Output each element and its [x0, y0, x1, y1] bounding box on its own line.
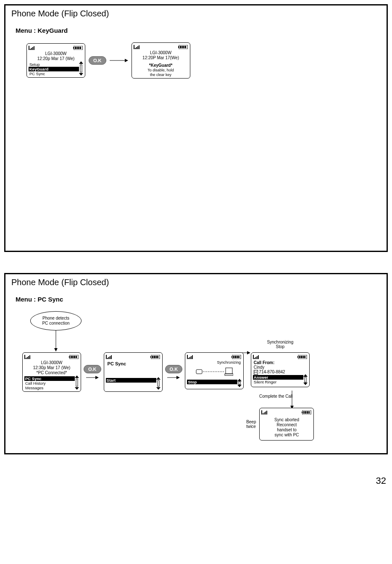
svg-rect-9	[78, 47, 79, 49]
phone-screen-synchronizing: Synchronizing Stop	[185, 352, 244, 389]
svg-rect-90	[303, 356, 304, 358]
svg-marker-78	[237, 385, 242, 387]
action-start[interactable]: Start	[106, 378, 156, 383]
svg-rect-37	[72, 356, 74, 358]
svg-rect-57	[158, 380, 159, 386]
model-label: LGI-3000W	[29, 51, 83, 56]
svg-rect-47	[108, 357, 109, 359]
abort-line1: Sync aborted	[261, 417, 312, 422]
svg-rect-85	[258, 355, 259, 359]
panel-title: Phone Mode (Flip Closed)	[11, 9, 382, 18]
svg-marker-11	[79, 61, 83, 64]
abort-line3: handset to	[261, 428, 312, 433]
phone-screen-incoming-call: Call From: Cindy H 714-870-8842 Answer S…	[251, 352, 310, 387]
flow-row-keyguard: LGI-3000W 12:20p Mar 17 (We) Setup KeyGu…	[10, 42, 382, 79]
menu-item-callhistory[interactable]: Call History	[24, 381, 75, 386]
svg-rect-82	[254, 358, 255, 359]
svg-rect-62	[188, 358, 189, 359]
svg-rect-107	[308, 411, 310, 414]
ok-button[interactable]: O.K	[84, 365, 101, 373]
svg-rect-104	[303, 411, 305, 414]
svg-rect-70	[237, 356, 238, 358]
svg-rect-93	[305, 377, 306, 382]
svg-rect-8	[76, 47, 78, 49]
svg-rect-19	[137, 46, 138, 49]
svg-marker-40	[75, 375, 79, 378]
svg-rect-84	[257, 356, 258, 359]
signal-icon	[261, 410, 268, 414]
scroll-indicator[interactable]	[79, 61, 83, 76]
pcsync-title: PC Sync	[106, 360, 160, 367]
scroll-indicator[interactable]	[156, 377, 160, 391]
svg-rect-65	[192, 355, 193, 359]
caller-type-icon: H	[254, 370, 258, 375]
svg-rect-97	[261, 410, 262, 414]
action-answer[interactable]: Answer	[253, 375, 303, 380]
svg-rect-38	[74, 356, 75, 358]
svg-rect-23	[180, 46, 181, 48]
svg-rect-83	[255, 357, 256, 359]
signal-icon	[253, 355, 260, 359]
ok-button[interactable]: O.K	[165, 365, 183, 373]
phone-screen-pcsync-menu: LGI-3000W 12:30p Mar 17 (We) *PC Connect…	[22, 352, 81, 392]
scroll-indicator[interactable]	[237, 379, 242, 388]
menu-item-messages[interactable]: Messages	[24, 386, 75, 390]
scroll-indicator[interactable]	[303, 374, 308, 386]
svg-marker-44	[95, 376, 99, 379]
abort-line4: sync with PC	[261, 433, 312, 438]
svg-rect-4	[34, 46, 34, 50]
menu-heading-pcsync: Menu : PC Sync	[16, 296, 382, 303]
arrow-right-icon	[86, 373, 99, 381]
arrow-down-icon	[290, 391, 294, 410]
arrow-right-icon	[242, 351, 250, 356]
svg-rect-12	[80, 65, 82, 72]
signal-icon	[106, 355, 113, 359]
keyguard-status-title: *KeyGuard*	[134, 63, 188, 68]
svg-rect-0	[29, 46, 29, 50]
caller-name: Cindy	[253, 365, 308, 370]
battery-icon	[297, 355, 308, 359]
svg-rect-20	[139, 45, 139, 49]
svg-rect-69	[235, 356, 236, 358]
keyguard-status-line1: To disable, hold	[134, 68, 188, 73]
event-line2: PC connection	[42, 321, 69, 325]
svg-marker-60	[176, 376, 180, 379]
menu-item-keyguard[interactable]: KeyGuard	[29, 67, 79, 71]
svg-rect-39	[76, 356, 77, 358]
menu-item-setup[interactable]: Setup	[29, 62, 79, 67]
svg-rect-45	[106, 355, 107, 359]
svg-rect-17	[135, 48, 136, 49]
action-stop[interactable]: Stop	[187, 380, 237, 384]
pc-connected-label: *PC Connected*	[24, 370, 79, 375]
svg-marker-56	[156, 377, 160, 380]
svg-rect-25	[183, 46, 184, 48]
ok-button[interactable]: O.K	[89, 56, 106, 65]
svg-rect-99	[264, 412, 265, 414]
svg-marker-94	[303, 383, 308, 385]
svg-rect-98	[263, 413, 263, 414]
svg-rect-30	[26, 358, 26, 359]
action-silent-ringer[interactable]: Silent Ringer	[253, 380, 303, 384]
event-bubble-pc-detect: Phone detects PC connection	[30, 311, 82, 331]
svg-rect-48	[110, 356, 110, 359]
sync-status: Synchronizing	[187, 360, 242, 365]
signal-icon	[29, 46, 35, 50]
scroll-indicator[interactable]	[75, 375, 79, 391]
svg-rect-54	[155, 356, 157, 358]
svg-rect-91	[304, 356, 305, 358]
svg-marker-92	[303, 374, 308, 377]
svg-rect-55	[157, 356, 158, 358]
arrow-right-icon	[110, 58, 128, 63]
svg-rect-74	[226, 368, 232, 374]
sync-stop-label2: Stop	[276, 344, 285, 349]
caller-number: 714-870-8842	[259, 370, 285, 374]
phone-screen-pcsync-start: PC Sync Start	[104, 352, 163, 392]
svg-rect-41	[76, 379, 78, 386]
beep-label-2: twice	[246, 424, 256, 429]
menu-item-pcsync[interactable]: PC Sync	[29, 71, 79, 76]
model-label: LGI-3000W	[24, 360, 79, 365]
menu-item-pcsync[interactable]: PC Sync	[24, 376, 75, 381]
svg-rect-106	[307, 411, 308, 414]
svg-marker-80	[247, 351, 250, 354]
beep-label-1: Beep	[246, 420, 256, 424]
